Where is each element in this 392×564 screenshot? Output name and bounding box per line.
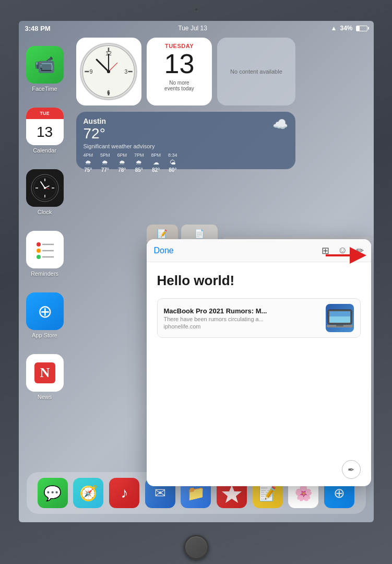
forecast-temp-0: 75°: [84, 167, 92, 173]
svg-text:6: 6: [107, 90, 110, 96]
red-arrow-svg: [326, 246, 367, 264]
forecast-icon-2: 🌧: [119, 159, 125, 166]
widgets-row1: 12 3 6 9: [76, 38, 295, 105]
facetime-app[interactable]: 📹 FaceTime: [26, 46, 64, 92]
calendar-widget[interactable]: TUESDAY 13 No moreevents today: [147, 38, 212, 105]
battery-fill: [357, 26, 360, 31]
notes-bottom: ✒: [147, 453, 371, 486]
clock-face: 12 3 6 9: [80, 43, 137, 100]
svg-text:9: 9: [90, 69, 93, 75]
clock-app-icon: [26, 169, 64, 207]
clock-widget[interactable]: 12 3 6 9: [76, 38, 141, 105]
forecast-temp-3: 85°: [135, 167, 143, 173]
scribble-icon[interactable]: ✒: [342, 460, 361, 479]
news-label: News: [38, 394, 52, 400]
weather-city: Austin: [84, 117, 155, 125]
reminders-app[interactable]: Reminders: [26, 231, 64, 277]
dock-music[interactable]: ♪: [109, 478, 139, 508]
clock-svg: 12 3 6 9: [81, 44, 136, 99]
reminders-icon: [26, 231, 64, 268]
calendar-app[interactable]: TUE 13 Calendar: [26, 108, 64, 154]
music-glyph: ♪: [121, 485, 128, 501]
notes-done-button[interactable]: Done: [154, 246, 174, 255]
notes-content: Hello world! MacBook Pro 2021 Rumors: M.…: [147, 262, 371, 348]
svg-rect-23: [30, 235, 60, 264]
svg-point-12: [107, 70, 110, 73]
macbook-thumbnail: [327, 308, 353, 328]
reminders-svg: [30, 235, 60, 264]
screen: 3:48 PM Tue Jul 13 ▲ 34%: [19, 21, 374, 522]
cal-icon-header: TUE: [26, 108, 64, 119]
link-source: iphonelife.com: [164, 323, 319, 330]
forecast-time-4: 8PM: [151, 152, 161, 158]
link-text: MacBook Pro 2021 Rumors: M... There have…: [164, 307, 319, 330]
forecast-icon-3: 🌧: [136, 159, 142, 166]
files-glyph: 📁: [187, 485, 205, 502]
facetime-icon: 📹: [26, 46, 64, 84]
news-app[interactable]: N News: [26, 354, 64, 400]
weather-cloud-icon: ☁️: [272, 117, 288, 132]
forecast-icon-5: 🌤: [170, 159, 176, 166]
svg-rect-35: [329, 311, 350, 316]
widgets-area: 12 3 6 9: [76, 38, 295, 169]
weather-widget[interactable]: Austin 72° Significant weather advisory …: [76, 112, 295, 169]
svg-text:N: N: [40, 365, 50, 380]
appstore-app[interactable]: ⊕ App Store: [26, 292, 64, 338]
forecast-icon-4: ☁: [153, 159, 159, 166]
appstore-icon: ⊕: [26, 292, 64, 330]
status-time: 3:48 PM: [25, 25, 51, 32]
tab-icon-2: 📄: [194, 229, 205, 239]
apps-left: 📹 FaceTime TUE 13 Calendar: [26, 46, 64, 400]
forecast-time-2: 6PM: [117, 152, 127, 158]
forecast-7pm: 7PM 🌧 85°: [134, 152, 144, 173]
forecast-time-5: 8:34: [168, 152, 177, 158]
music-dock-icon: ♪: [109, 478, 139, 508]
safari-glyph: 🧭: [79, 485, 98, 502]
weather-forecast: 4PM 🌧 75° 5PM 🌧 77° 6PM 🌧 78°: [84, 152, 288, 173]
dock-safari[interactable]: 🧭: [73, 478, 103, 508]
notes-popup: Done ⊞ ☺ ✏ Hello world! MacBook Pro 2021…: [147, 239, 371, 486]
tab-icon-1: 📝: [157, 229, 168, 239]
placeholder-widget: No content available: [217, 38, 295, 105]
battery-icon: [356, 26, 367, 31]
link-description: There have been rumors circulating a...: [164, 316, 319, 322]
forecast-4pm: 4PM 🌧 75°: [84, 152, 93, 173]
clock-app[interactable]: Clock: [26, 169, 64, 215]
forecast-8pm: 8PM ☁ 82°: [151, 152, 161, 173]
forecast-icon-0: 🌧: [85, 159, 91, 166]
clock-label: Clock: [38, 209, 52, 215]
home-button[interactable]: [184, 535, 209, 560]
ipad-frame: 3:48 PM Tue Jul 13 ▲ 34%: [0, 0, 392, 564]
forecast-time-0: 4PM: [84, 152, 93, 158]
facetime-label: FaceTime: [32, 86, 57, 92]
mail-glyph: ✉: [155, 485, 166, 501]
svg-point-28: [37, 255, 41, 259]
forecast-time-1: 5PM: [100, 152, 110, 158]
cal-date-number: 13: [164, 49, 195, 79]
status-date: Tue Jul 13: [178, 25, 207, 32]
svg-point-26: [37, 249, 41, 253]
forecast-temp-4: 82°: [152, 167, 160, 173]
forecast-temp-5: 80°: [169, 167, 176, 173]
cal-subtitle: No moreevents today: [164, 80, 194, 91]
safari-dock-icon: 🧭: [73, 478, 103, 508]
clock-app-svg: [30, 173, 60, 203]
facetime-glyph: 📹: [34, 55, 55, 75]
reminders-label: Reminders: [31, 271, 58, 277]
svg-text:3: 3: [124, 69, 127, 75]
weather-top: Austin 72° Significant weather advisory …: [84, 117, 288, 149]
link-title: MacBook Pro 2021 Rumors: M...: [164, 307, 319, 315]
weather-description: Significant weather advisory: [84, 143, 155, 149]
dock-messages[interactable]: 💬: [38, 478, 68, 508]
link-thumbnail: [326, 304, 354, 332]
notes-link-card[interactable]: MacBook Pro 2021 Rumors: M... There have…: [157, 298, 361, 338]
forecast-temp-1: 77°: [101, 167, 109, 173]
svg-marker-40: [222, 485, 242, 503]
calendar-icon: TUE 13: [26, 108, 64, 145]
svg-point-24: [37, 242, 41, 246]
svg-rect-37: [336, 325, 343, 326]
notes-glyph: 📝: [258, 485, 277, 502]
photos-glyph: 🌸: [294, 485, 313, 502]
forecast-6pm: 6PM 🌧 78°: [117, 152, 127, 173]
forecast-834: 8:34 🌤 80°: [168, 152, 177, 173]
